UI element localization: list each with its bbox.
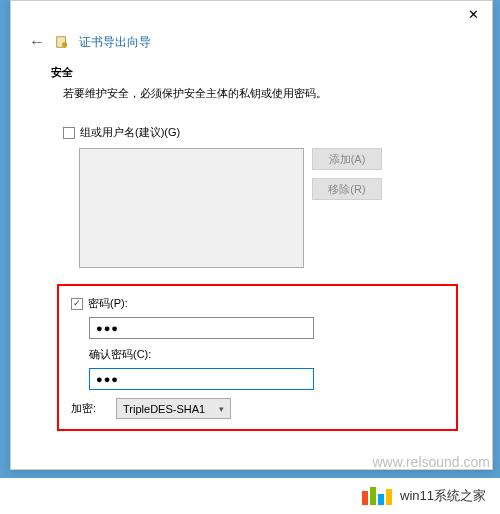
encryption-label: 加密:	[71, 401, 96, 416]
encryption-selected: TripleDES-SHA1	[123, 403, 205, 415]
confirm-password-row: 确认密码(C): ●●●	[71, 347, 444, 390]
remove-button[interactable]: 移除(R)	[312, 178, 382, 200]
brand-logo-icon	[362, 487, 392, 505]
add-button[interactable]: 添加(A)	[312, 148, 382, 170]
group-area: 添加(A) 移除(R)	[51, 148, 452, 268]
security-heading: 安全	[51, 65, 452, 80]
confirm-password-label: 确认密码(C):	[71, 347, 444, 362]
content-area: 安全 若要维护安全，必须保护安全主体的私钥或使用密码。 组或用户名(建议)(G)…	[11, 65, 492, 431]
wizard-window: ✕ ← 证书导出向导 安全 若要维护安全，必须保护安全主体的私钥或使用密码。 组…	[10, 0, 493, 470]
encryption-dropdown[interactable]: TripleDES-SHA1 ▾	[116, 398, 231, 419]
security-description: 若要维护安全，必须保护安全主体的私钥或使用密码。	[51, 86, 452, 101]
watermark-text: www.relsound.com	[373, 454, 491, 470]
password-row: 密码(P): ●●●	[71, 296, 444, 339]
back-arrow-icon[interactable]: ←	[29, 33, 45, 51]
chevron-down-icon: ▾	[219, 404, 224, 414]
password-label: 密码(P):	[88, 296, 128, 311]
password-checkbox[interactable]	[71, 298, 83, 310]
group-buttons: 添加(A) 移除(R)	[312, 148, 382, 268]
brand-text: win11系统之家	[400, 487, 486, 505]
group-checkbox[interactable]	[63, 127, 75, 139]
group-listbox[interactable]	[79, 148, 304, 268]
certificate-icon	[55, 35, 69, 49]
group-checkbox-row: 组或用户名(建议)(G)	[51, 125, 452, 140]
titlebar: ✕	[11, 1, 492, 29]
encryption-row: 加密: TripleDES-SHA1 ▾	[71, 398, 444, 419]
password-input[interactable]: ●●●	[89, 317, 314, 339]
close-button[interactable]: ✕	[464, 6, 482, 24]
group-checkbox-label: 组或用户名(建议)(G)	[80, 125, 180, 140]
bottom-brand-bar: win11系统之家	[0, 478, 500, 514]
wizard-header: ← 证书导出向导	[11, 29, 492, 65]
password-highlight-box: 密码(P): ●●● 确认密码(C): ●●● 加密: TripleDES-SH…	[57, 284, 458, 431]
svg-point-1	[62, 42, 67, 47]
password-label-row: 密码(P):	[71, 296, 444, 311]
confirm-password-input[interactable]: ●●●	[89, 368, 314, 390]
wizard-title: 证书导出向导	[79, 34, 151, 51]
